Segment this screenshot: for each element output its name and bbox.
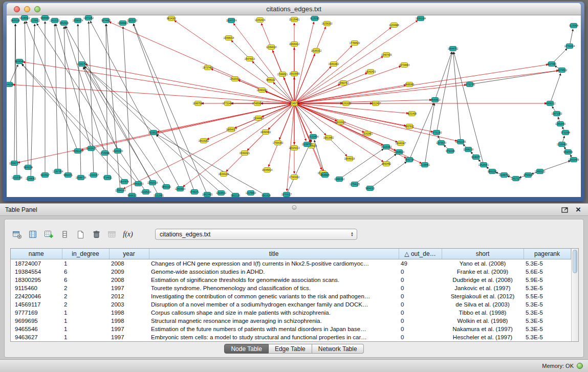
graph-node[interactable]: 12497439 xyxy=(381,53,392,57)
graph-node[interactable]: 15302021 xyxy=(239,151,250,156)
graph-node[interactable]: 11471062 xyxy=(83,16,94,20)
graph-node[interactable]: 12161756 xyxy=(77,62,88,67)
graph-node[interactable]: 9902129 xyxy=(231,193,240,198)
function-builder-button[interactable]: f(x) xyxy=(122,228,134,240)
graph-node[interactable]: 12450132 xyxy=(535,169,546,174)
graph-node[interactable]: 11312801 xyxy=(154,193,164,198)
graph-node[interactable]: 10200320 xyxy=(113,149,123,154)
graph-node[interactable]: 17485803 xyxy=(252,101,263,106)
graph-node[interactable]: 9860290 xyxy=(488,169,497,174)
graph-node[interactable]: 10741634 xyxy=(564,44,575,49)
graph-node[interactable]: 8125295 xyxy=(310,16,319,21)
graph-node[interactable]: 18643913 xyxy=(430,98,441,102)
graph-node[interactable]: 9715098 xyxy=(100,151,110,156)
graph-node[interactable]: 22024213 xyxy=(289,146,300,150)
graph-node[interactable]: 9405108 xyxy=(11,18,20,23)
table-row[interactable]: 946362711997Embryonic stem cells: a mode… xyxy=(11,333,571,341)
graph-node[interactable]: 10246755 xyxy=(499,173,510,178)
graph-node[interactable]: 15125401 xyxy=(289,17,300,22)
graph-node[interactable]: 15474013 xyxy=(245,57,255,61)
show-column-button[interactable] xyxy=(27,228,39,240)
table-row[interactable]: 2242004622012Investigating the contribut… xyxy=(11,292,571,300)
graph-node[interactable]: 10731240 xyxy=(431,130,442,135)
graph-node[interactable]: 12175840 xyxy=(246,191,256,195)
graph-node[interactable]: 18274532 xyxy=(557,68,568,73)
graph-node[interactable]: 10402195 xyxy=(455,140,466,144)
delete-table-button[interactable] xyxy=(90,228,102,240)
graph-node[interactable]: 11239812 xyxy=(30,18,40,23)
graph-node[interactable]: 16045814 xyxy=(262,168,273,172)
graph-node[interactable]: 12610231 xyxy=(50,18,60,23)
table-row[interactable]: 911546021997Tourette syndrome. Phenomeno… xyxy=(11,284,571,292)
create-column-button[interactable] xyxy=(42,228,55,240)
window-titlebar[interactable]: citations_edges.txt xyxy=(7,3,581,15)
graph-node[interactable]: 18391104 xyxy=(416,16,426,21)
graph-node[interactable]: 9642716 xyxy=(405,158,414,162)
graph-node[interactable]: 9874493 xyxy=(101,18,111,23)
table-mode-button[interactable] xyxy=(11,228,23,240)
graph-node[interactable]: 19061902 xyxy=(329,62,339,67)
graph-node[interactable]: 9806234 xyxy=(24,165,33,170)
graph-node[interactable]: 9731094 xyxy=(561,130,570,135)
graph-node[interactable]: 17303202 xyxy=(289,175,300,180)
graph-node[interactable]: 16967503 xyxy=(193,101,204,106)
graph-node[interactable]: 10480302 xyxy=(334,177,345,182)
graph-node[interactable]: 9622517 xyxy=(40,173,50,178)
graph-node[interactable]: 16093402 xyxy=(260,130,271,135)
table-row[interactable]: 1830029562008Estimation of significance … xyxy=(11,276,571,284)
graph-node[interactable]: 10588738 xyxy=(76,176,86,180)
graph-node[interactable]: 10325398 xyxy=(12,176,23,180)
graph-node[interactable]: 10823465 xyxy=(202,192,213,197)
graph-node[interactable]: 9590544 xyxy=(563,150,573,155)
graph-node[interactable]: 11679570 xyxy=(436,141,447,145)
table-row[interactable]: 1872400712008Changes of HCN gene express… xyxy=(11,259,571,268)
graph-node[interactable]: 11316157 xyxy=(89,173,99,178)
table-row[interactable]: 1938455462009Genome-wide association stu… xyxy=(11,268,571,276)
graph-node[interactable]: 9151408 xyxy=(407,112,417,116)
graph-node[interactable]: 9125904 xyxy=(569,24,578,28)
graph-node[interactable]: 11417126 xyxy=(511,177,521,181)
graph-node[interactable]: 18164222 xyxy=(219,172,229,177)
scrollbar-thumb[interactable] xyxy=(573,250,578,273)
graph-node[interactable]: 12100486 xyxy=(557,142,568,147)
graph-node[interactable]: 8957812 xyxy=(405,124,414,129)
graph-node[interactable]: 12239461 xyxy=(420,163,430,167)
graph-node[interactable]: 16813602 xyxy=(323,136,334,140)
graph-node[interactable]: 10709117 xyxy=(281,192,292,197)
graph-node[interactable]: 19153454 xyxy=(308,135,319,139)
graph-node[interactable]: 12584149 xyxy=(115,188,126,193)
graph-node[interactable]: 16606412 xyxy=(289,42,300,47)
graph-node[interactable]: 10663409 xyxy=(569,158,579,162)
graph-node[interactable]: 11825103 xyxy=(127,18,138,23)
graph-node[interactable]: 9746371 xyxy=(190,190,199,194)
graph-node[interactable]: 17731402 xyxy=(223,101,233,106)
graph-node[interactable]: 11529542 xyxy=(216,191,227,195)
float-panel-button[interactable] xyxy=(560,205,569,214)
graph-node[interactable]: 9560452 xyxy=(382,162,391,166)
graph-node[interactable]: 12294018 xyxy=(266,45,277,50)
column-header-in_degree[interactable]: in_degree xyxy=(62,249,109,259)
graph-node[interactable]: 18180312 xyxy=(311,49,322,53)
graph-node[interactable]: 17999521 xyxy=(277,72,288,77)
table-row[interactable]: 1456911722003Disruption of a novel membe… xyxy=(11,300,571,309)
graph-node[interactable]: 10196522 xyxy=(19,16,30,20)
graph-node[interactable]: 11154908 xyxy=(389,23,399,28)
graph-node[interactable]: 11552840 xyxy=(555,122,566,126)
network-svg[interactable]: 1724975416919599179995219886022104932401… xyxy=(7,15,581,197)
graph-node[interactable]: 9886022 xyxy=(266,78,275,82)
graph-node[interactable]: 9647874 xyxy=(120,180,129,184)
select-rows-button[interactable] xyxy=(58,228,71,240)
graph-node[interactable]: 10391209 xyxy=(73,149,83,154)
graph-node[interactable]: 9538377 xyxy=(471,155,481,160)
graph-node[interactable]: 11936218 xyxy=(463,147,474,152)
graph-node[interactable]: 10208164 xyxy=(141,190,151,194)
graph-node[interactable]: 15958212 xyxy=(545,101,556,106)
graph-node[interactable]: 9792166 xyxy=(446,149,455,154)
graph-node[interactable]: 9750914 xyxy=(524,173,533,178)
graph-node[interactable]: 16619202 xyxy=(199,139,209,143)
graph-node[interactable]: 16646018 xyxy=(344,157,355,161)
graph-node[interactable]: 9850193 xyxy=(162,185,171,189)
graph-node[interactable]: 9582071 xyxy=(63,173,73,178)
column-header-out_degree[interactable]: △ out_de… xyxy=(399,249,442,259)
tab-edge-table[interactable]: Edge Table xyxy=(269,344,312,354)
